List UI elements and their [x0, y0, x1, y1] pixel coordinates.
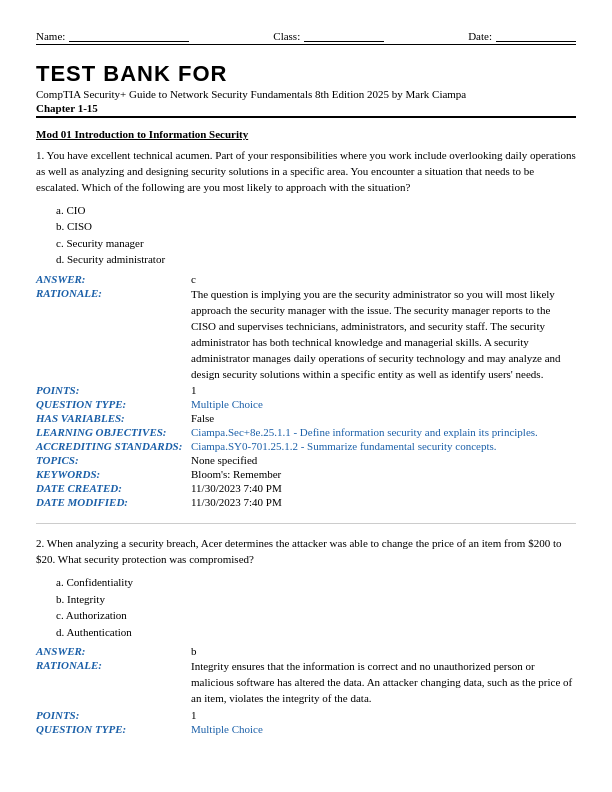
qtype-value-2: Multiple Choice — [191, 722, 576, 736]
topics-value-1: None specified — [191, 453, 576, 467]
question-1-body: You have excellent technical acumen. Par… — [36, 149, 576, 193]
question-1-choices: a. CIO b. CISO c. Security manager d. Se… — [56, 202, 576, 268]
points-value-1: 1 — [191, 383, 576, 397]
rationale-value-1: The question is implying you are the sec… — [191, 286, 576, 384]
hasvars-row-1: HAS VARIABLES: False — [36, 411, 576, 425]
choice-1d: d. Security administrator — [56, 251, 576, 268]
learningobj-row-1: LEARNING OBJECTIVES: Ciampa.Sec+8e.25.1.… — [36, 425, 576, 439]
title-block: TEST BANK FOR CompTIA Security+ Guide to… — [36, 61, 576, 118]
question-2-body: When analyzing a security breach, Acer d… — [36, 537, 561, 565]
accrediting-value-1: Ciampa.SY0-701.25.1.2 - Summarize fundam… — [191, 439, 576, 453]
choice-2c: c. Authorization — [56, 607, 576, 624]
question-divider — [36, 523, 576, 524]
datemodified-value-1: 11/30/2023 7:40 PM — [191, 495, 576, 509]
subtitle: CompTIA Security+ Guide to Network Secur… — [36, 88, 576, 100]
keywords-label-1: KEYWORDS: — [36, 467, 191, 481]
rationale-row-2: RATIONALE: Integrity ensures that the in… — [36, 658, 576, 708]
points-row-1: POINTS: 1 — [36, 383, 576, 397]
name-field: Name: — [36, 28, 189, 42]
accrediting-label-1: ACCREDITING STANDARDS: — [36, 439, 191, 453]
header-row: Name: Class: Date: — [36, 28, 576, 45]
answer-value-1: c — [191, 272, 576, 286]
choice-2a: a. Confidentiality — [56, 574, 576, 591]
question-2-block: 2. When analyzing a security breach, Ace… — [36, 536, 576, 736]
qtype-value-1: Multiple Choice — [191, 397, 576, 411]
choice-1a: a. CIO — [56, 202, 576, 219]
date-field: Date: — [468, 28, 576, 42]
answer-label-1: ANSWER: — [36, 272, 191, 286]
class-field: Class: — [273, 28, 384, 42]
question-1-text: 1. You have excellent technical acumen. … — [36, 148, 576, 196]
answer-row-2: ANSWER: b — [36, 644, 576, 658]
points-row-2: POINTS: 1 — [36, 708, 576, 722]
test-bank-title: TEST BANK FOR — [36, 61, 576, 87]
rationale-value-2: Integrity ensures that the information i… — [191, 658, 576, 708]
answer-row-1: ANSWER: c — [36, 272, 576, 286]
date-underline — [496, 28, 576, 42]
learningobj-label-1: LEARNING OBJECTIVES: — [36, 425, 191, 439]
answer-label-2: ANSWER: — [36, 644, 191, 658]
hasvars-value-1: False — [191, 411, 576, 425]
datemodified-row-1: DATE MODIFIED: 11/30/2023 7:40 PM — [36, 495, 576, 509]
topics-row-1: TOPICS: None specified — [36, 453, 576, 467]
date-label: Date: — [468, 30, 492, 42]
keywords-value-1: Bloom's: Remember — [191, 467, 576, 481]
choice-2d: d. Authentication — [56, 624, 576, 641]
question-1-number: 1. — [36, 149, 47, 161]
qtype-label-2: QUESTION TYPE: — [36, 722, 191, 736]
rationale-row-1: RATIONALE: The question is implying you … — [36, 286, 576, 384]
question-1-block: 1. You have excellent technical acumen. … — [36, 148, 576, 509]
datecreated-label-1: DATE CREATED: — [36, 481, 191, 495]
points-label-1: POINTS: — [36, 383, 191, 397]
answer-value-2: b — [191, 644, 576, 658]
module-heading: Mod 01 Introduction to Information Secur… — [36, 128, 576, 140]
choice-2b: b. Integrity — [56, 591, 576, 608]
rationale-label-2: RATIONALE: — [36, 658, 191, 708]
datemodified-label-1: DATE MODIFIED: — [36, 495, 191, 509]
qtype-label-1: QUESTION TYPE: — [36, 397, 191, 411]
choice-1c: c. Security manager — [56, 235, 576, 252]
topics-label-1: TOPICS: — [36, 453, 191, 467]
points-label-2: POINTS: — [36, 708, 191, 722]
class-label: Class: — [273, 30, 300, 42]
question-2-choices: a. Confidentiality b. Integrity c. Autho… — [56, 574, 576, 640]
points-value-2: 1 — [191, 708, 576, 722]
question-2-meta: ANSWER: b RATIONALE: Integrity ensures t… — [36, 644, 576, 736]
hasvars-label-1: HAS VARIABLES: — [36, 411, 191, 425]
name-underline — [69, 28, 189, 42]
class-underline — [304, 28, 384, 42]
question-1-meta: ANSWER: c RATIONALE: The question is imp… — [36, 272, 576, 510]
datecreated-value-1: 11/30/2023 7:40 PM — [191, 481, 576, 495]
rationale-label-1: RATIONALE: — [36, 286, 191, 384]
qtype-row-1: QUESTION TYPE: Multiple Choice — [36, 397, 576, 411]
question-2-text: 2. When analyzing a security breach, Ace… — [36, 536, 576, 568]
accrediting-row-1: ACCREDITING STANDARDS: Ciampa.SY0-701.25… — [36, 439, 576, 453]
datecreated-row-1: DATE CREATED: 11/30/2023 7:40 PM — [36, 481, 576, 495]
keywords-row-1: KEYWORDS: Bloom's: Remember — [36, 467, 576, 481]
qtype-row-2: QUESTION TYPE: Multiple Choice — [36, 722, 576, 736]
name-label: Name: — [36, 30, 65, 42]
choice-1b: b. CISO — [56, 218, 576, 235]
chapter: Chapter 1-15 — [36, 102, 576, 118]
question-2-number: 2. — [36, 537, 47, 549]
learningobj-value-1: Ciampa.Sec+8e.25.1.1 - Define informatio… — [191, 425, 576, 439]
